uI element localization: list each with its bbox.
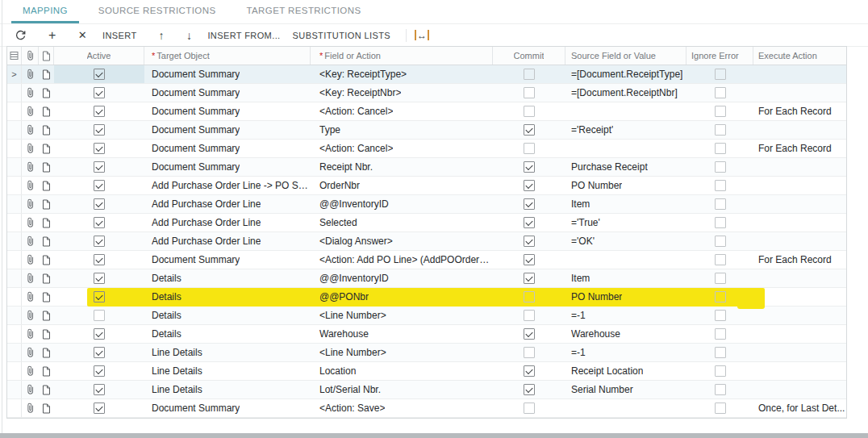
source-field-cell[interactable]: Item: [565, 269, 686, 287]
execute-action-cell[interactable]: [753, 307, 846, 324]
ignore-error-checkbox[interactable]: [715, 198, 726, 210]
insert-from-button[interactable]: INSERT FROM...: [207, 31, 280, 40]
row-attachments-cell[interactable]: [22, 325, 39, 343]
field-or-action-cell[interactable]: <Action: Cancel>: [311, 102, 493, 120]
source-field-cell[interactable]: =[Document.ReceiptType]: [565, 65, 686, 83]
active-checkbox[interactable]: [94, 143, 105, 154]
target-object-cell[interactable]: Details: [144, 288, 311, 306]
execute-action-cell[interactable]: [753, 288, 846, 306]
execute-action-cell[interactable]: [753, 362, 846, 380]
grid-row[interactable]: Details @@InventoryID Item: [7, 269, 846, 288]
target-object-cell[interactable]: Document Summary: [144, 399, 311, 417]
execute-action-cell[interactable]: [753, 232, 846, 250]
grid-row[interactable]: Document Summary <Action: Cancel> For Ea…: [7, 140, 846, 158]
field-or-action-cell[interactable]: <Line Number>: [311, 344, 493, 361]
grid-row[interactable]: Document Summary <Action: Save> Once, fo…: [7, 399, 846, 418]
active-checkbox[interactable]: [94, 365, 105, 377]
row-marker-cell[interactable]: [7, 399, 22, 417]
grid-row[interactable]: Add Purchase Order Line <Dialog Answer> …: [7, 232, 846, 251]
row-attachments-cell[interactable]: [22, 381, 39, 398]
field-or-action-cell[interactable]: Lot/Serial Nbr.: [311, 381, 493, 398]
grid-row[interactable]: Document Summary <Action: Add PO Line> (…: [7, 251, 846, 269]
row-marker-cell[interactable]: [7, 362, 22, 380]
execute-action-cell[interactable]: For Each Record: [753, 102, 846, 120]
active-checkbox[interactable]: [94, 403, 105, 414]
source-field-cell[interactable]: =[Document.ReceiptNbr]: [565, 84, 686, 102]
execute-action-cell[interactable]: [753, 84, 846, 102]
row-marker-cell[interactable]: [7, 195, 22, 213]
active-checkbox[interactable]: [94, 347, 105, 358]
attachments-header-cell[interactable]: [22, 47, 39, 65]
ignore-error-checkbox[interactable]: [715, 310, 726, 321]
active-checkbox[interactable]: [94, 87, 105, 98]
row-marker-cell[interactable]: [7, 251, 22, 269]
ignore-error-checkbox[interactable]: [715, 347, 726, 358]
execute-action-cell[interactable]: [753, 65, 846, 83]
move-down-button[interactable]: ↓: [186, 30, 192, 41]
commit-checkbox[interactable]: [524, 143, 535, 154]
target-object-cell[interactable]: Details: [144, 269, 311, 287]
row-attachments-cell[interactable]: [22, 214, 39, 232]
ignore-error-checkbox[interactable]: [715, 365, 726, 377]
source-field-cell[interactable]: =-1: [565, 344, 686, 361]
source-field-cell[interactable]: [565, 399, 686, 417]
grid-row[interactable]: Details Warehouse Warehouse: [7, 325, 846, 344]
source-field-cell[interactable]: Purchase Receipt: [565, 158, 686, 176]
substitution-lists-button[interactable]: SUBSTITUTION LISTS: [293, 31, 391, 40]
row-marker-cell[interactable]: [7, 140, 22, 157]
grid-row[interactable]: Details @@PONbr PO Number: [7, 288, 846, 307]
row-marker-cell[interactable]: [7, 158, 22, 176]
row-attachments-cell[interactable]: [22, 362, 39, 380]
grid-settings-header-cell[interactable]: [7, 47, 22, 65]
field-or-action-cell[interactable]: Receipt Nbr.: [311, 158, 493, 176]
grid-row[interactable]: Document Summary Type ='Receipt': [7, 121, 846, 140]
row-note-cell[interactable]: [39, 102, 54, 120]
insert-button[interactable]: INSERT: [102, 31, 137, 40]
field-or-action-cell[interactable]: <Action: Cancel>: [311, 140, 493, 157]
row-attachments-cell[interactable]: [22, 399, 39, 417]
target-object-cell[interactable]: Add Purchase Order Line: [144, 195, 311, 213]
active-checkbox[interactable]: [94, 254, 105, 265]
row-note-cell[interactable]: [39, 251, 54, 269]
ignore-error-checkbox[interactable]: [715, 328, 726, 340]
target-object-cell[interactable]: Document Summary: [144, 158, 311, 176]
commit-checkbox[interactable]: [524, 124, 535, 136]
ignore-error-checkbox[interactable]: [715, 180, 726, 191]
row-note-cell[interactable]: [39, 381, 54, 398]
row-marker-cell[interactable]: [7, 84, 22, 102]
source-field-cell[interactable]: Serial Number: [565, 381, 686, 398]
row-note-cell[interactable]: [39, 344, 54, 361]
row-note-cell[interactable]: [39, 65, 54, 83]
execute-action-cell[interactable]: [753, 121, 846, 139]
active-checkbox[interactable]: [94, 273, 105, 284]
row-attachments-cell[interactable]: [22, 84, 39, 102]
row-attachments-cell[interactable]: [22, 251, 39, 269]
ignore-error-checkbox[interactable]: [715, 143, 726, 154]
field-or-action-cell[interactable]: <Action: Add PO Line> (AddPOOrderLi...: [311, 251, 493, 269]
grid-row[interactable]: Add Purchase Order Line -> PO Selection …: [7, 177, 846, 195]
column-header-execute-action[interactable]: Execute Action: [753, 47, 846, 65]
field-or-action-cell[interactable]: Selected: [311, 214, 493, 232]
row-attachments-cell[interactable]: [22, 288, 39, 306]
row-note-cell[interactable]: [39, 399, 54, 417]
target-object-cell[interactable]: Add Purchase Order Line: [144, 232, 311, 250]
row-note-cell[interactable]: [39, 307, 54, 324]
ignore-error-checkbox[interactable]: [715, 124, 726, 136]
execute-action-cell[interactable]: For Each Record: [753, 251, 846, 269]
commit-checkbox[interactable]: [524, 403, 535, 414]
grid-row[interactable]: Document Summary <Key: ReceiptNbr> =[Doc…: [7, 84, 846, 102]
grid-row[interactable]: > Document Summary <Key: ReceiptType> =[…: [7, 65, 846, 84]
execute-action-cell[interactable]: [753, 325, 846, 343]
grid-row[interactable]: Details <Line Number> =-1: [7, 307, 846, 325]
row-attachments-cell[interactable]: [22, 140, 39, 157]
row-attachments-cell[interactable]: [22, 344, 39, 361]
column-header-ignore-error[interactable]: Ignore Error: [686, 47, 753, 65]
active-checkbox[interactable]: [94, 236, 105, 247]
field-or-action-cell[interactable]: Warehouse: [311, 325, 493, 343]
commit-checkbox[interactable]: [524, 310, 535, 321]
commit-checkbox[interactable]: [524, 384, 535, 395]
row-marker-cell[interactable]: [7, 121, 22, 139]
refresh-button[interactable]: [15, 29, 27, 41]
row-marker-cell[interactable]: [7, 288, 22, 306]
row-note-cell[interactable]: [39, 195, 54, 213]
